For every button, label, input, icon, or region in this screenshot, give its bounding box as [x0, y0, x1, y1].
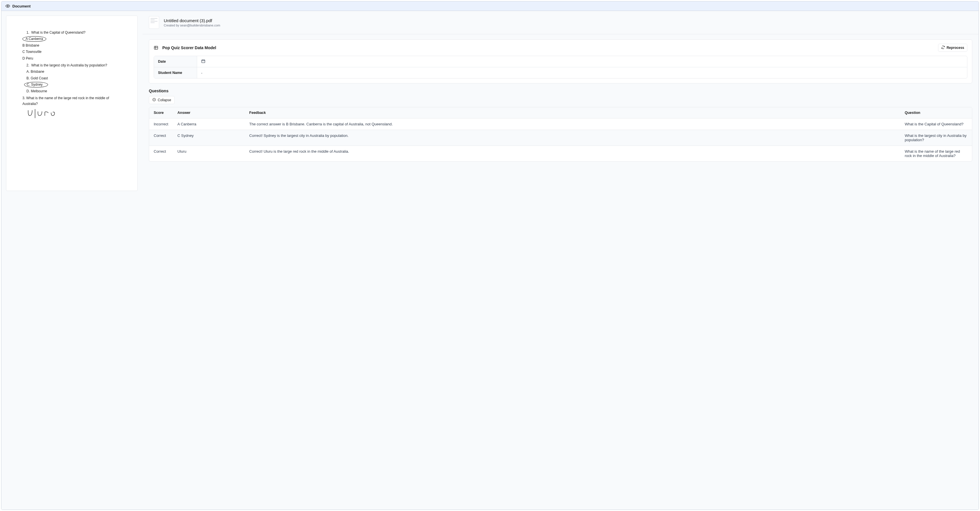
- col-header-question: Question: [900, 107, 972, 118]
- questions-section: Questions Collapse Score Answer Feedback…: [149, 89, 972, 161]
- q2-opt-c: C. Sydney: [24, 81, 121, 88]
- cell-feedback: Correct! Sydney is the largest city in A…: [245, 130, 900, 146]
- app-frame: Document 1. What is the Capital of Queen…: [1, 1, 979, 510]
- q2-opt-a: A. Brisbane: [26, 69, 121, 75]
- cell-answer: Uluru: [173, 146, 245, 161]
- field-value-date[interactable]: [197, 56, 967, 67]
- svg-rect-1: [154, 46, 158, 50]
- q1-opt-c: C Townsville: [22, 49, 121, 54]
- eye-icon: [5, 4, 10, 8]
- calendar-icon: [201, 59, 205, 64]
- file-meta: Untitled document (3).pdf Created by sea…: [164, 18, 220, 27]
- header-title: Document: [12, 4, 31, 8]
- field-row-date: Date: [154, 56, 967, 67]
- collapse-icon: [152, 98, 156, 102]
- col-header-answer: Answer: [173, 107, 245, 118]
- cell-score: Correct: [149, 146, 173, 161]
- questions-table: Score Answer Feedback Question Incorrect…: [149, 107, 972, 161]
- table-row[interactable]: Correct C Sydney Correct! Sydney is the …: [149, 130, 972, 146]
- handwritten-answer: [26, 109, 121, 120]
- col-header-score: Score: [149, 107, 173, 118]
- q1-text: 1. What is the Capital of Queensland?: [26, 30, 121, 35]
- reprocess-label: Reprocess: [947, 46, 964, 50]
- field-value-student-name[interactable]: -: [197, 67, 967, 78]
- questions-table-header-row: Score Answer Feedback Question: [149, 107, 972, 118]
- header-bar: Document: [2, 2, 978, 11]
- main-split: 1. What is the Capital of Queensland? A …: [2, 11, 978, 509]
- q1-opt-d: D Peru: [22, 56, 121, 61]
- model-fields-table: Date Student Name -: [154, 56, 967, 78]
- cell-question: What is the name of the large red rock i…: [900, 146, 972, 161]
- collapse-label: Collapse: [158, 98, 171, 102]
- table-icon: [154, 45, 158, 50]
- cell-question: What is the largest city in Australia by…: [900, 130, 972, 146]
- cell-feedback: Correct! Uluru is the large red rock in …: [245, 146, 900, 161]
- file-title: Untitled document (3).pdf: [164, 18, 220, 23]
- file-thumbnail-icon: [149, 16, 159, 29]
- q2-opt-b: B. Gold Coast: [26, 75, 121, 81]
- col-header-feedback: Feedback: [245, 107, 900, 118]
- data-model-card: Pop Quiz Scorer Data Model Reprocess Dat…: [149, 39, 972, 83]
- cell-score: Incorrect: [149, 118, 173, 130]
- data-model-name: Pop Quiz Scorer Data Model: [162, 45, 934, 50]
- cell-answer: C Sydney: [173, 130, 245, 146]
- cell-answer: A Canberra: [173, 118, 245, 130]
- document-page[interactable]: 1. What is the Capital of Queensland? A …: [6, 16, 138, 191]
- q3-text: 3. What is the name of the large red roc…: [22, 95, 121, 107]
- field-label-student-name: Student Name: [154, 67, 197, 78]
- q1-opt-a: A Canberra: [22, 36, 121, 42]
- q1-opt-b: B Brisbane: [22, 43, 121, 48]
- q2-opt-d: D. Melbourne: [26, 88, 121, 94]
- cell-score: Correct: [149, 130, 173, 146]
- detail-panel: Untitled document (3).pdf Created by sea…: [142, 11, 978, 509]
- table-row[interactable]: Correct Uluru Correct! Uluru is the larg…: [149, 146, 972, 161]
- questions-title: Questions: [149, 89, 972, 93]
- svg-rect-2: [202, 60, 205, 63]
- cell-feedback: The correct answer is B Brisbane. Canber…: [245, 118, 900, 130]
- file-created-by: Created by sean@buildersbrisbane.com: [164, 24, 220, 27]
- svg-point-0: [7, 5, 8, 6]
- file-header: Untitled document (3).pdf Created by sea…: [143, 11, 978, 34]
- field-label-date: Date: [154, 56, 197, 67]
- table-row[interactable]: Incorrect A Canberra The correct answer …: [149, 118, 972, 130]
- document-preview-panel: 1. What is the Capital of Queensland? A …: [2, 11, 142, 509]
- refresh-icon: [941, 45, 945, 50]
- cell-question: What is the Capital of Queensland?: [900, 118, 972, 130]
- q2-text: 2. What is the largest city in Australia…: [26, 62, 121, 68]
- collapse-button[interactable]: Collapse: [149, 96, 175, 104]
- data-model-header: Pop Quiz Scorer Data Model Reprocess: [149, 40, 972, 56]
- field-row-student-name: Student Name -: [154, 67, 967, 78]
- reprocess-button[interactable]: Reprocess: [938, 44, 967, 52]
